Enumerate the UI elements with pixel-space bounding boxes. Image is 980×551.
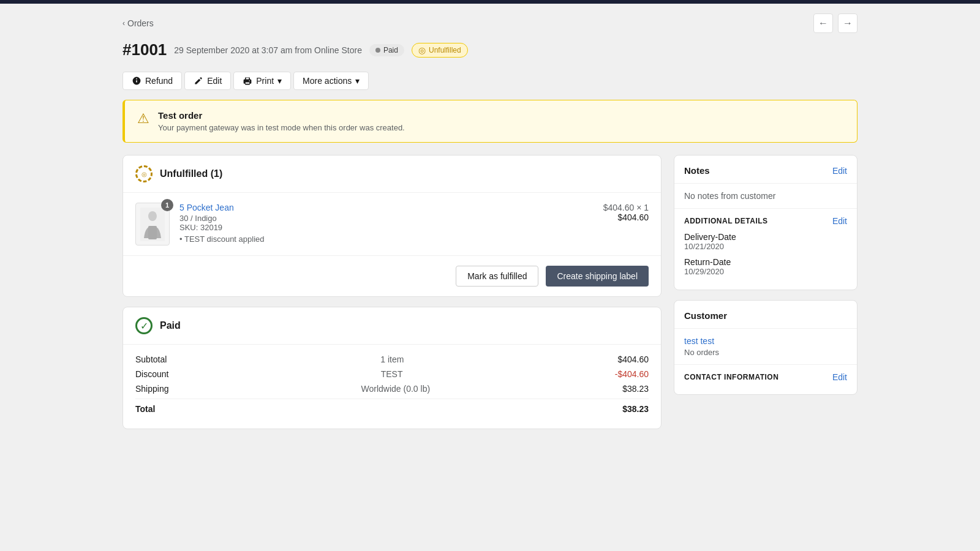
payment-row-shipping: Shipping Worldwide (0.0 lb) $38.23	[135, 384, 649, 394]
print-icon	[243, 76, 252, 86]
customer-card-header: Customer	[674, 301, 857, 329]
alert-title: Test order	[158, 110, 405, 121]
return-date-key: Return-Date	[684, 257, 847, 267]
payment-row-subtotal: Subtotal 1 item $404.60	[135, 354, 649, 364]
discount-amount: -$404.60	[615, 369, 649, 379]
product-pricing: $404.60 × 1 $404.60	[603, 203, 649, 222]
alert-banner: ⚠ Test order Your payment gateway was in…	[123, 100, 858, 143]
alert-content: Test order Your payment gateway was in t…	[158, 110, 405, 132]
shipping-amount: $38.23	[622, 384, 649, 394]
breadcrumb[interactable]: ‹ Orders	[123, 18, 154, 28]
action-bar: Refund Edit Print ▾ More actions ▾	[123, 67, 858, 100]
paid-status-icon: ✓	[135, 317, 153, 334]
payment-section: Subtotal 1 item $404.60 Discount TEST -$…	[123, 345, 661, 429]
customer-title: Customer	[684, 310, 727, 321]
svg-point-1	[148, 211, 157, 221]
breadcrumb-label: Orders	[127, 18, 154, 28]
notes-card-header: Notes Edit	[674, 156, 857, 184]
subtotal-items: 1 item	[380, 354, 404, 364]
customer-name-link[interactable]: test test	[684, 336, 847, 346]
delivery-date-value: 10/21/2020	[684, 242, 847, 251]
payment-row-total: Total $38.23	[135, 399, 649, 414]
alert-icon: ⚠	[137, 111, 149, 127]
price-total: $404.60	[603, 212, 649, 222]
unfulfilled-card-footer: Mark as fulfilled Create shipping label	[123, 255, 661, 296]
discount-code: TEST	[381, 369, 403, 379]
edit-icon	[194, 76, 203, 86]
product-qty-badge: 1	[161, 199, 173, 211]
notes-body: No notes from customer	[674, 184, 857, 208]
unfulfilled-badge: ◎ Unfulfilled	[412, 43, 468, 58]
refund-button[interactable]: Refund	[123, 72, 182, 90]
more-actions-label: More actions	[303, 76, 352, 86]
paid-badge: Paid	[369, 44, 404, 56]
discount-text: TEST discount applied	[184, 234, 265, 244]
delivery-date-key: Delivery-Date	[684, 232, 847, 242]
svg-rect-2	[148, 226, 157, 239]
breadcrumb-chevron: ‹	[123, 19, 125, 28]
total-label: Total	[135, 404, 155, 414]
contact-info-label: CONTACT INFORMATION	[684, 373, 778, 381]
print-button[interactable]: Print ▾	[233, 72, 291, 90]
contact-info-section: CONTACT INFORMATION Edit	[674, 364, 857, 394]
product-thumbnail	[140, 208, 165, 241]
nav-back-button[interactable]: ←	[813, 13, 833, 33]
left-column: ◎ Unfulfilled (1)	[123, 155, 662, 439]
more-actions-button[interactable]: More actions ▾	[293, 72, 369, 90]
customer-card: Customer test test No orders CONTACT INF…	[674, 300, 858, 395]
unfulfilled-badge-label: Unfulfilled	[429, 46, 461, 54]
paid-card-title: Paid	[160, 320, 181, 331]
price-per: $404.60 × 1	[603, 203, 649, 212]
unfulfilled-card-header: ◎ Unfulfilled (1)	[123, 156, 661, 193]
order-number: #1001	[123, 40, 167, 59]
product-row: 1 5 Pocket Jean 30 / Indigo SKU: 32019 •…	[123, 193, 661, 255]
additional-edit-link[interactable]: Edit	[832, 216, 847, 226]
product-name-link[interactable]: 5 Pocket Jean	[179, 203, 594, 212]
nav-forward-button[interactable]: →	[838, 13, 858, 33]
delivery-date-row: Delivery-Date 10/21/2020	[684, 232, 847, 251]
additional-title-row: ADDITIONAL DETAILS Edit	[684, 216, 847, 226]
unfulfilled-card-title: Unfulfilled (1)	[160, 168, 222, 179]
order-header: #1001 29 September 2020 at 3:07 am from …	[123, 36, 858, 67]
product-variant: 30 / Indigo	[179, 214, 594, 223]
product-details: 5 Pocket Jean 30 / Indigo SKU: 32019 • T…	[179, 203, 594, 244]
order-meta: 29 September 2020 at 3:07 am from Online…	[174, 45, 362, 55]
paid-card: ✓ Paid Subtotal 1 item $404.60 Discount …	[123, 307, 662, 429]
no-notes-text: No notes from customer	[684, 191, 775, 201]
total-amount: $38.23	[622, 404, 649, 414]
create-shipping-label-button[interactable]: Create shipping label	[546, 266, 649, 287]
print-dropdown-icon: ▾	[277, 76, 282, 86]
return-date-row: Return-Date 10/29/2020	[684, 257, 847, 276]
refund-label: Refund	[145, 76, 173, 86]
unfulfilled-status-icon: ◎	[135, 165, 153, 182]
shipping-method: Worldwide (0.0 lb)	[361, 384, 431, 394]
shipping-label: Shipping	[135, 384, 169, 394]
right-column: Notes Edit No notes from customer ADDITI…	[674, 155, 858, 439]
unfulfilled-icon: ◎	[418, 45, 426, 55]
print-label: Print	[256, 76, 274, 86]
notes-edit-link[interactable]: Edit	[832, 166, 847, 176]
alert-description: Your payment gateway was in test mode wh…	[158, 123, 405, 132]
paid-badge-label: Paid	[383, 46, 398, 54]
customer-body: test test No orders	[674, 329, 857, 364]
return-date-value: 10/29/2020	[684, 267, 847, 276]
more-actions-dropdown-icon: ▾	[355, 76, 360, 86]
payment-row-discount: Discount TEST -$404.60	[135, 369, 649, 379]
additional-details-section: ADDITIONAL DETAILS Edit Delivery-Date 10…	[674, 208, 857, 290]
discount-label: Discount	[135, 369, 168, 379]
paid-dot	[375, 48, 380, 53]
main-grid: ◎ Unfulfilled (1)	[123, 155, 858, 439]
edit-button[interactable]: Edit	[184, 72, 231, 90]
subtotal-amount: $404.60	[617, 354, 649, 364]
notes-card: Notes Edit No notes from customer ADDITI…	[674, 155, 858, 290]
unfulfilled-card: ◎ Unfulfilled (1)	[123, 155, 662, 297]
contact-header-row: CONTACT INFORMATION Edit	[684, 372, 847, 382]
contact-edit-link[interactable]: Edit	[832, 372, 847, 382]
product-image-wrapper: 1	[135, 203, 170, 246]
edit-label: Edit	[207, 76, 222, 86]
refund-icon	[132, 76, 141, 86]
mark-fulfilled-button[interactable]: Mark as fulfilled	[456, 266, 538, 287]
product-sku: SKU: 32019	[179, 223, 594, 232]
nav-arrows: ← →	[813, 13, 858, 33]
product-discount: • TEST discount applied	[179, 234, 594, 244]
